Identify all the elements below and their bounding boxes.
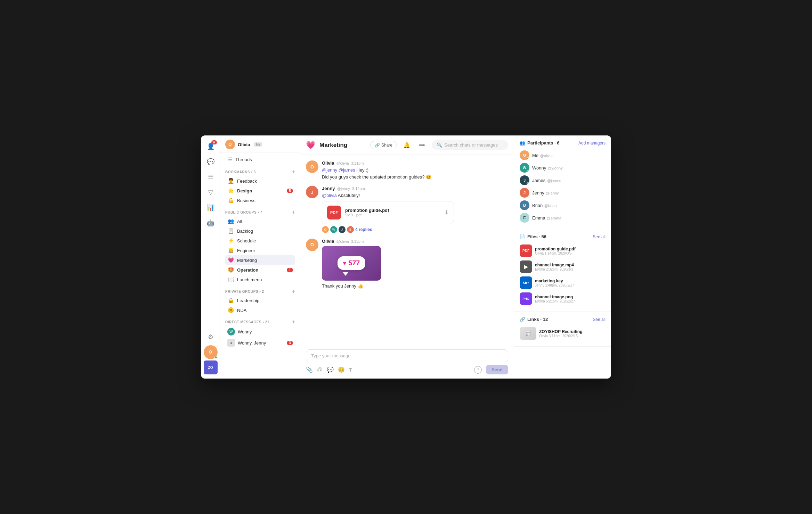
participant-brian: B Brian @brian <box>520 199 606 212</box>
file-info-mp4: channel-image.mp4 Emma 2:32pm, 2020/3/3 <box>535 263 606 271</box>
sidebar-item-operation[interactable]: 🤩 Operation 1 <box>225 265 295 275</box>
pdf-info: promotion guide.pdf 5MB · pdf <box>345 208 440 217</box>
replies-row[interactable]: O W J B 4 replies <box>322 226 508 233</box>
input-placeholder[interactable]: Type your message. <box>311 353 503 358</box>
wonny-avatar: W <box>227 328 235 335</box>
all-label: All <box>237 219 293 224</box>
links-title: 🔗 Links · 12 <box>520 317 548 322</box>
links-icon: 🔗 <box>520 317 525 322</box>
private-groups-label: PRIVATE GROUPS • 2 <box>225 290 264 293</box>
share-label: Share <box>381 143 392 148</box>
bot-icon[interactable]: 🤖 <box>204 216 218 230</box>
bookmarks-add-btn[interactable]: + <box>292 169 295 175</box>
sidebar-item-wonny[interactable]: W Wonny <box>225 326 295 337</box>
files-icon: 📄 <box>520 234 525 239</box>
private-groups-add-btn[interactable]: + <box>292 289 295 294</box>
sidebar-item-engineer[interactable]: 👷 Engineer <box>225 246 295 255</box>
reply-avatar-1: O <box>322 226 329 233</box>
links-section: 🔗 Links · 12 See all 📰 ZOYISHOP Recruiti… <box>514 312 611 347</box>
files-see-all-button[interactable]: See all <box>593 234 606 239</box>
handle-3: @olivia <box>336 239 349 243</box>
wonny-dm-label: Wonny <box>238 329 293 334</box>
sidebar-item-leadership[interactable]: 🔒 Leadership <box>225 296 295 305</box>
dm-section: DIRECT MESSAGES • 21 + W Wonny 3 Wonny, … <box>220 316 300 350</box>
participants-title: 👥 Participants · 6 <box>520 140 559 146</box>
public-groups-add-btn[interactable]: + <box>292 209 295 215</box>
message-text-1: @jenny @james Hey :) <box>322 167 508 174</box>
message-content-3: Olivia @olivia 3:13pm ♥ 577 Thank you Je… <box>322 239 508 290</box>
bookmarks-section: BOOKMARKS • 3 + 🧑‍🦱 Feedback ⭐ Design 5 … <box>220 166 300 207</box>
leadership-label: Leadership <box>237 298 293 303</box>
format-icon[interactable]: T <box>349 367 352 373</box>
filter-icon[interactable]: ▽ <box>204 185 218 199</box>
participant-wonny: W Wonny @wonny <box>520 161 606 174</box>
sidebar-item-business[interactable]: 💪 Business <box>225 196 295 205</box>
sidebar-item-backlog[interactable]: 📋 Backlog <box>225 226 295 236</box>
participant-info-wonny: Wonny @wonny <box>532 165 563 171</box>
sidebar-threads[interactable]: ☰ Threads <box>223 154 297 165</box>
participant-avatar-brian: B <box>520 200 529 210</box>
search-input[interactable] <box>444 142 500 148</box>
links-header: 🔗 Links · 12 See all <box>520 317 606 322</box>
icon-rail: 👤 6 💬 ☰ ▽ 📊 🤖 ⚙ O ZO <box>201 135 220 379</box>
send-button[interactable]: Send <box>486 365 508 374</box>
sidebar-item-nda[interactable]: 🤫 NDA <box>225 305 295 315</box>
pdf-attachment[interactable]: PDF promotion guide.pdf 5MB · pdf ⬇ <box>322 201 454 224</box>
search-icon: 🔍 <box>437 142 442 148</box>
at-icon[interactable]: @ <box>317 367 323 373</box>
dm-label: DIRECT MESSAGES • 21 <box>225 320 269 324</box>
download-icon[interactable]: ⬇ <box>444 209 449 216</box>
file-row-pdf: PDF promotion guide.pdf Olivia 1:14pm, 2… <box>520 243 606 259</box>
business-label: Business <box>237 198 293 203</box>
sidebar-item-feedback[interactable]: 🧑‍🦱 Feedback <box>225 176 295 186</box>
dm-add-btn[interactable]: + <box>292 319 295 325</box>
link-thumb-icon: 📰 <box>525 330 531 337</box>
file-row-key: KEY marketing.key Jenny 1:48pm, 2020/2/2… <box>520 275 606 291</box>
sidebar-item-schedule[interactable]: ⚡ Schedule <box>225 236 295 246</box>
pdf-icon: PDF <box>327 206 341 219</box>
sender-3: Olivia <box>322 239 334 244</box>
files-header: 📄 Files · 56 See all <box>520 234 606 239</box>
sidebar-item-marketing[interactable]: 💗 Marketing <box>225 255 295 265</box>
add-managers-button[interactable]: Add managers <box>578 141 606 146</box>
participant-emma: E Emma @emma <box>520 212 606 224</box>
participants-label: Participants · 6 <box>527 140 559 146</box>
link-thumb-1: 📰 <box>520 327 536 340</box>
input-toolbar: 📎 @ 💬 😊 T ? Send <box>306 365 508 374</box>
main-chat: 💗 Marketing 🔗 Share 🔔 ••• 🔍 O <box>300 135 514 379</box>
app-window: 👤 6 💬 ☰ ▽ 📊 🤖 ⚙ O ZO O Olivia Me ☰ Threa… <box>201 135 611 379</box>
link-row-1: 📰 ZOYISHOP Recruiting Olivia 3:11pm, 202… <box>520 325 606 341</box>
user-avatar-icon[interactable]: O <box>204 345 218 359</box>
sidebar-item-lunch[interactable]: 🍽️ Lunch menu <box>225 275 295 284</box>
notification-icon[interactable]: 🔔 <box>401 140 412 151</box>
wonny-jenny-label: Wonny, Jenny <box>238 340 284 346</box>
attach-icon[interactable]: 📎 <box>306 366 313 373</box>
sidebar-item-all[interactable]: 👥 All <box>225 216 295 226</box>
private-groups-header-row: PRIVATE GROUPS • 2 + <box>225 289 295 294</box>
me-badge: Me <box>254 142 262 147</box>
lunch-label: Lunch menu <box>237 277 293 282</box>
emoji-icon[interactable]: 😊 <box>338 366 345 373</box>
link-info-1: ZOYISHOP Recruiting Olivia 3:11pm, 2020/… <box>539 329 606 338</box>
sidebar-item-wonny-jenny[interactable]: 3 Wonny, Jenny 3 <box>225 337 295 348</box>
file-thumb-key: KEY <box>520 276 532 289</box>
list-icon[interactable]: ☰ <box>204 170 218 184</box>
chart-icon[interactable]: 📊 <box>204 201 218 215</box>
link-icon: 🔗 <box>375 143 380 148</box>
share-button[interactable]: 🔗 Share <box>370 141 397 149</box>
chat-input-area: Type your message. 📎 @ 💬 😊 T ? Send <box>300 345 514 379</box>
zo-icon[interactable]: ZO <box>204 360 218 374</box>
chat-icon[interactable]: 💬 <box>204 155 218 169</box>
file-thumb-pdf: PDF <box>520 244 532 257</box>
settings-icon[interactable]: ⚙ <box>204 330 218 344</box>
more-options-icon[interactable]: ••• <box>416 140 428 151</box>
help-icon[interactable]: ? <box>474 366 482 374</box>
sidebar-item-design[interactable]: ⭐ Design 5 <box>225 186 295 196</box>
message-row-1: O Olivia @olivia 3:11pm @jenny @james He… <box>306 160 508 180</box>
public-groups-header-row: PUBLIC GROUPS • 7 + <box>225 209 295 215</box>
people-icon[interactable]: 👤 6 <box>204 140 218 154</box>
engineer-label: Engineer <box>237 248 293 253</box>
message-header-1: Olivia @olivia 3:11pm <box>322 160 508 166</box>
comment-icon[interactable]: 💬 <box>327 366 334 373</box>
links-see-all-button[interactable]: See all <box>593 317 606 322</box>
